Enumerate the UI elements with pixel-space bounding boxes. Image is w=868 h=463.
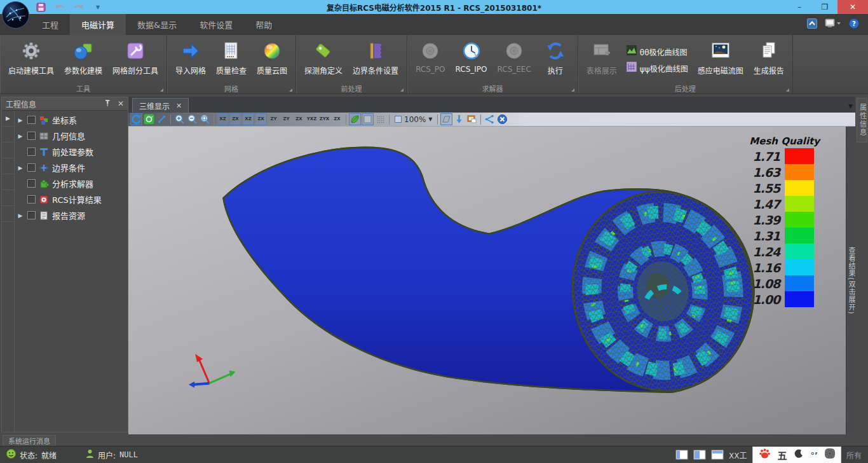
ribbon-button[interactable]: 边界条件设置: [348, 37, 403, 83]
close-tab-icon[interactable]: ✕: [176, 102, 182, 110]
layout-left-panel-icon[interactable]: [675, 450, 688, 460]
ribbon-button[interactable]: 质量云图: [252, 37, 292, 83]
ribbon-button[interactable]: 网格剖分工具: [108, 37, 163, 83]
expander-icon[interactable]: ▶: [17, 133, 24, 139]
ime-moon-icon[interactable]: [794, 449, 804, 461]
ribbon-group-3: 探测角定义 边界条件设置前处理: [296, 35, 407, 93]
menu-tab-4[interactable]: 软件设置: [188, 14, 244, 35]
dots-button[interactable]: [374, 113, 386, 125]
curve1-icon: [627, 45, 637, 58]
tree-checkbox[interactable]: [27, 163, 36, 172]
param-icon: [72, 38, 94, 64]
viewport-3d[interactable]: Mesh Quality 1.711.631.551.471.391.311.2…: [128, 127, 855, 434]
tree-checkbox[interactable]: [27, 211, 36, 219]
ribbon-button-small[interactable]: θθ极化曲线图: [627, 45, 688, 58]
ribbon-button[interactable]: 探测角定义: [300, 37, 347, 83]
tree-item-1[interactable]: ▶坐标系: [15, 112, 128, 128]
view-orientation-zyx-button[interactable]: ZYX: [318, 113, 330, 125]
pan-button[interactable]: [156, 113, 168, 125]
group-expand-icon[interactable]: [160, 88, 163, 92]
closec-button[interactable]: [496, 113, 508, 125]
ribbon-button[interactable]: 生成报告: [749, 37, 789, 83]
ribbon-button[interactable]: 执行: [537, 37, 574, 83]
view-orientation-zy-button[interactable]: ZY: [280, 113, 292, 125]
panel-close-icon[interactable]: ✕: [118, 99, 124, 108]
rotate-button[interactable]: [130, 113, 142, 125]
restore-button[interactable]: ❐: [812, 0, 837, 14]
ime-toolbar[interactable]: 五 °’: [752, 446, 841, 463]
minimize-button[interactable]: –: [787, 0, 812, 14]
ribbon-button[interactable]: 导入网格: [171, 37, 210, 83]
tree-checkbox[interactable]: [27, 148, 36, 156]
tree-item-5[interactable]: 分析求解器: [15, 176, 128, 191]
tree-item-7[interactable]: ▶报告资源: [15, 207, 128, 223]
tree-item-6[interactable]: RCS计算结果: [15, 191, 128, 207]
menu-tab-5[interactable]: 帮助: [244, 14, 283, 35]
group-expand-icon[interactable]: [289, 88, 292, 92]
menu-tab-2[interactable]: 电磁计算: [70, 14, 126, 35]
tab-system-messages[interactable]: 系统运行消息: [3, 435, 56, 446]
ime-mode-label[interactable]: 五: [778, 448, 787, 462]
zoom-level-select[interactable]: 100%▼: [392, 113, 435, 125]
close-button[interactable]: ✕: [837, 0, 868, 14]
clip-button[interactable]: [440, 113, 452, 125]
expander-icon[interactable]: ▶: [17, 165, 24, 171]
tree-checkbox[interactable]: [27, 179, 36, 188]
tree-checkbox[interactable]: [27, 195, 36, 204]
tree-item-4[interactable]: ▶边界条件: [15, 160, 128, 176]
ribbon-button[interactable]: 质量检查: [212, 37, 251, 83]
layout-split-panel-icon[interactable]: [693, 450, 706, 460]
ribbon-button-small[interactable]: ψψ极化曲线图: [627, 62, 688, 74]
view-orientation-xz-button[interactable]: XZ: [217, 113, 229, 125]
legend-entry: 1.24: [749, 244, 820, 259]
ime-punctuation-label[interactable]: °’: [811, 450, 818, 460]
leaf-button[interactable]: [349, 113, 361, 125]
mesh-model[interactable]: [128, 127, 855, 434]
expander-icon[interactable]: ▶: [17, 212, 24, 219]
tab-list-caret-icon[interactable]: ▼: [848, 103, 853, 109]
collapse-ribbon-icon[interactable]: [807, 18, 817, 31]
tab-3d-view[interactable]: 三维显示 ✕: [132, 98, 189, 113]
view-orientation-yxz-button[interactable]: YXZ: [306, 113, 318, 125]
orbit-button[interactable]: [143, 113, 155, 125]
pin-icon[interactable]: [104, 99, 111, 109]
view-orientation-zy-button[interactable]: ZY: [268, 113, 280, 125]
view-orientation-zx-button[interactable]: ZX: [229, 113, 241, 125]
help-icon[interactable]: ?: [849, 18, 859, 31]
project-info-panel: 工程信息 ✕ ▶ ▶坐标系▶几何信息前处理参数▶边界条件分析求解器RCS计算结果…: [1, 97, 128, 432]
ime-settings-gear-icon[interactable]: [825, 448, 835, 461]
ribbon-button[interactable]: RCS_IPO: [451, 37, 492, 83]
zoom-out-button[interactable]: [186, 113, 198, 125]
tree-checkbox[interactable]: [27, 116, 36, 124]
expander-icon[interactable]: ▶: [17, 117, 24, 123]
ribbon-button[interactable]: 启动建模工具: [4, 37, 58, 83]
ribbon-button[interactable]: 参数化建模: [60, 37, 107, 83]
view-orientation-xz-button[interactable]: XZ: [242, 113, 254, 125]
ime-logo-icon[interactable]: [759, 448, 771, 462]
app-logo-icon[interactable]: [1, 1, 30, 29]
share-button[interactable]: [484, 113, 496, 125]
tab-property-info[interactable]: 属性信息: [857, 98, 867, 142]
ribbon-button[interactable]: 感应电磁流图: [693, 37, 748, 83]
group-expand-icon[interactable]: [571, 88, 574, 92]
tree-item-2[interactable]: ▶几何信息: [15, 128, 128, 144]
zoom-fit-button[interactable]: [199, 113, 211, 125]
layout-top-panel-icon[interactable]: [711, 450, 724, 460]
menu-tab-1[interactable]: 工程: [31, 14, 70, 35]
tree-checkbox[interactable]: [27, 132, 36, 140]
results-collapsed-panel[interactable]: 查看结果(双击展开): [846, 127, 855, 434]
window-button[interactable]: [466, 113, 478, 125]
menu-tab-3[interactable]: 数据&显示: [126, 14, 188, 35]
view-orientation-zx-button[interactable]: ZX: [331, 113, 343, 125]
display-options-icon[interactable]: [825, 18, 841, 31]
legend-entry: 1.39: [749, 212, 820, 228]
down-button[interactable]: [453, 113, 465, 125]
group-expand-icon[interactable]: [400, 88, 403, 92]
view-orientation-zx-button[interactable]: ZX: [255, 113, 267, 125]
zoom-in-button[interactable]: [173, 113, 186, 125]
toolbar-separator: [389, 114, 390, 125]
tree-item-3[interactable]: 前处理参数: [15, 144, 128, 160]
group-expand-icon[interactable]: [786, 88, 789, 92]
shaded-button[interactable]: [362, 113, 374, 125]
view-orientation-zx-button[interactable]: ZX: [293, 113, 305, 125]
